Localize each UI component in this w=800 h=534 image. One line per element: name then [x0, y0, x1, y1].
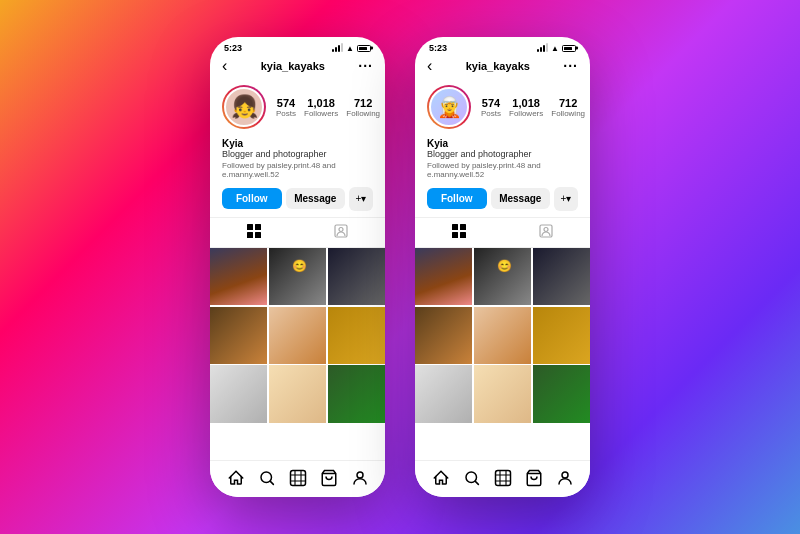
username-header-left: kyia_kayaks: [261, 60, 325, 72]
username-header-right: kyia_kayaks: [466, 60, 530, 72]
photo-1-left[interactable]: [210, 248, 267, 305]
photo-6-left[interactable]: [328, 307, 385, 364]
photo-2-left[interactable]: 😊: [269, 248, 326, 305]
nav-reels-left[interactable]: [289, 469, 307, 487]
phone-left: 5:23 ▲ ‹ kyia_kayaks ··· 👧: [210, 37, 385, 497]
message-button-right[interactable]: Message: [491, 188, 551, 209]
tab-grid-left[interactable]: [247, 224, 261, 241]
status-bar-right: 5:23 ▲: [415, 37, 590, 55]
bio-section-right: Kyia Blogger and photographer Followed b…: [415, 135, 590, 183]
tab-tagged-right[interactable]: [539, 224, 553, 241]
photo-7-right[interactable]: [415, 365, 472, 422]
bio-followed-left: Followed by paisley.print.48 and e.manny…: [222, 161, 373, 179]
bio-section-left: Kyia Blogger and photographer Followed b…: [210, 135, 385, 183]
nav-home-left[interactable]: [227, 469, 245, 487]
status-icons-right: ▲: [537, 44, 576, 53]
battery-icon-right: [562, 45, 576, 52]
add-person-button-left[interactable]: +▾: [349, 187, 373, 211]
tab-grid-right[interactable]: [452, 224, 466, 241]
nav-profile-left[interactable]: [351, 469, 369, 487]
svg-point-15: [544, 227, 548, 231]
stat-following-right: 712 Following: [551, 97, 585, 118]
nav-shop-right[interactable]: [525, 469, 543, 487]
photo-8-right[interactable]: [474, 365, 531, 422]
bio-name-right: Kyia: [427, 138, 578, 149]
signal-icon-right: [537, 44, 548, 52]
bio-name-left: Kyia: [222, 138, 373, 149]
photo-2-right[interactable]: 😊: [474, 248, 531, 305]
stat-followers-right: 1,018 Followers: [509, 97, 543, 118]
grid-icon-left: [247, 224, 261, 241]
stats-left: 574 Posts 1,018 Followers 712 Following: [276, 97, 380, 118]
photo-grid-section-left: 😊: [210, 248, 385, 460]
add-person-button-right[interactable]: +▾: [554, 187, 578, 211]
smiley-overlay-right: 😊: [497, 259, 512, 273]
svg-rect-2: [247, 232, 253, 238]
more-button-right[interactable]: ···: [563, 58, 578, 74]
photo-9-right[interactable]: [533, 365, 590, 422]
photo-4-right[interactable]: [415, 307, 472, 364]
photo-3-right[interactable]: [533, 248, 590, 305]
nav-search-right[interactable]: [463, 469, 481, 487]
grid-icon-right: [452, 224, 466, 241]
follow-button-left[interactable]: Follow: [222, 188, 282, 209]
photo-9-left[interactable]: [328, 365, 385, 422]
add-person-icon-left: +▾: [356, 193, 367, 204]
tab-tagged-left[interactable]: [334, 224, 348, 241]
photo-8-left[interactable]: [269, 365, 326, 422]
profile-tabs-right: [415, 217, 590, 248]
action-buttons-right: Follow Message +▾: [415, 183, 590, 217]
nav-reels-right[interactable]: [494, 469, 512, 487]
tagged-icon-left: [334, 224, 348, 241]
status-bar-left: 5:23 ▲: [210, 37, 385, 55]
nav-home-right[interactable]: [432, 469, 450, 487]
tagged-icon-right: [539, 224, 553, 241]
profile-section-right: 🧝 574 Posts 1,018 Followers 712 Followin…: [415, 79, 590, 135]
signal-icon: [332, 44, 343, 52]
profile-section-left: 👧 574 Posts 1,018 Followers 712 Followin…: [210, 79, 385, 135]
svg-rect-10: [452, 224, 458, 230]
photo-5-right[interactable]: [474, 307, 531, 364]
back-button-right[interactable]: ‹: [427, 57, 432, 75]
battery-icon: [357, 45, 371, 52]
time-right: 5:23: [429, 43, 447, 53]
nav-profile-right[interactable]: [556, 469, 574, 487]
more-button-left[interactable]: ···: [358, 58, 373, 74]
svg-rect-0: [247, 224, 253, 230]
photo-5-left[interactable]: [269, 307, 326, 364]
phone-right: 5:23 ▲ ‹ kyia_kayaks ··· 🧝: [415, 37, 590, 497]
status-icons-left: ▲: [332, 44, 371, 53]
back-button-left[interactable]: ‹: [222, 57, 227, 75]
photo-7-left[interactable]: [210, 365, 267, 422]
avatar-right[interactable]: 🧝: [427, 85, 471, 129]
stat-posts-left: 574 Posts: [276, 97, 296, 118]
bio-text-right: Blogger and photographer: [427, 149, 578, 161]
follow-button-right[interactable]: Follow: [427, 188, 487, 209]
photo-4-left[interactable]: [210, 307, 267, 364]
bio-text-left: Blogger and photographer: [222, 149, 373, 161]
action-buttons-left: Follow Message +▾: [210, 183, 385, 217]
message-button-left[interactable]: Message: [286, 188, 346, 209]
nav-search-left[interactable]: [258, 469, 276, 487]
photo-1-right[interactable]: [415, 248, 472, 305]
stat-followers-left: 1,018 Followers: [304, 97, 338, 118]
svg-point-5: [339, 227, 343, 231]
photo-grid-right: 😊: [415, 248, 590, 423]
bottom-nav-right: [415, 460, 590, 497]
nav-shop-left[interactable]: [320, 469, 338, 487]
avatar-image-left: 👧: [224, 87, 264, 127]
profile-header-left: ‹ kyia_kayaks ···: [210, 55, 385, 79]
svg-rect-3: [255, 232, 261, 238]
photo-6-right[interactable]: [533, 307, 590, 364]
time-left: 5:23: [224, 43, 242, 53]
profile-tabs-left: [210, 217, 385, 248]
photo-3-left[interactable]: [328, 248, 385, 305]
stat-posts-right: 574 Posts: [481, 97, 501, 118]
avatar-left[interactable]: 👧: [222, 85, 266, 129]
photo-grid-left: 😊: [210, 248, 385, 423]
photo-grid-section-right: 😊: [415, 248, 590, 460]
smiley-overlay: 😊: [292, 259, 307, 273]
wifi-icon: ▲: [346, 44, 354, 53]
svg-rect-7: [290, 471, 305, 486]
profile-header-right: ‹ kyia_kayaks ···: [415, 55, 590, 79]
